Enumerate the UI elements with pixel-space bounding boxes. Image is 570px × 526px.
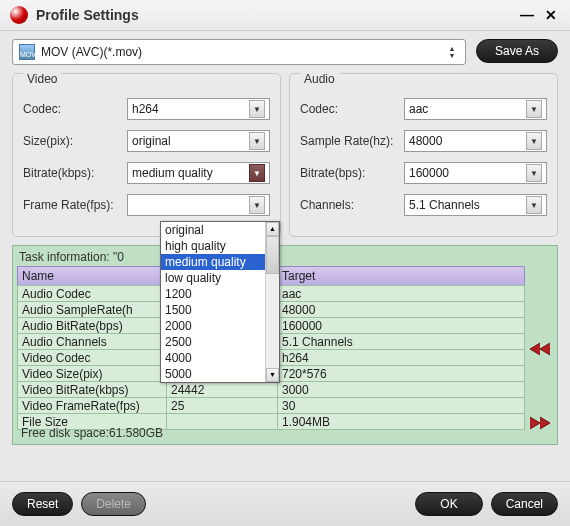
video-codec-label: Codec: — [23, 102, 127, 116]
profile-select-value: MOV (AVC)(*.mov) — [41, 45, 445, 59]
table-row: Video Codecdvvideoh264 — [17, 350, 553, 366]
task-information-panel: Task information: "0 Name Target Audio C… — [12, 245, 558, 445]
video-bitrate-label: Bitrate(kbps): — [23, 166, 127, 180]
dropdown-item-low[interactable]: low quality — [161, 270, 279, 286]
task-table: Name Target Audio Codecaac Audio SampleR… — [17, 266, 553, 430]
video-legend: Video — [23, 72, 61, 86]
header-name[interactable]: Name — [17, 266, 167, 286]
delete-button[interactable]: Delete — [81, 492, 146, 516]
video-size-label: Size(pix): — [23, 134, 127, 148]
next-task-button[interactable] — [528, 415, 552, 434]
table-row: Audio ChannelsMono5.1 Channels — [17, 334, 553, 350]
task-info-title: Task information: "0 — [15, 248, 555, 266]
prev-task-button[interactable] — [528, 341, 552, 360]
table-row: Audio BitRate(bps)768000160000 — [17, 318, 553, 334]
dropdown-item-1500[interactable]: 1500 — [161, 302, 279, 318]
dropdown-scrollbar[interactable]: ▲ ▼ — [265, 222, 279, 382]
footer-bar: Reset Delete OK Cancel — [0, 481, 570, 526]
scroll-up-button[interactable]: ▲ — [266, 222, 279, 236]
chevron-down-icon[interactable]: ▼ — [249, 132, 265, 150]
table-row: Video BitRate(kbps)244423000 — [17, 382, 553, 398]
table-row: Video FrameRate(fps)2530 — [17, 398, 553, 414]
video-fps-label: Frame Rate(fps): — [23, 198, 127, 212]
app-icon — [10, 6, 28, 24]
chevron-down-icon[interactable]: ▼ — [249, 196, 265, 214]
ok-button[interactable]: OK — [415, 492, 482, 516]
dropdown-item-medium[interactable]: medium quality — [161, 254, 279, 270]
close-button[interactable]: ✕ — [542, 6, 560, 24]
audio-bitrate-combo[interactable]: 160000▼ — [404, 162, 547, 184]
audio-codec-label: Codec: — [300, 102, 404, 116]
table-header: Name Target — [17, 266, 553, 286]
mov-icon: MOV — [19, 44, 35, 60]
audio-sr-label: Sample Rate(hz): — [300, 134, 404, 148]
profile-select[interactable]: MOV MOV (AVC)(*.mov) ▲▼ — [12, 39, 466, 65]
chevron-down-icon[interactable]: ▼ — [526, 196, 542, 214]
audio-ch-combo[interactable]: 5.1 Channels▼ — [404, 194, 547, 216]
video-group: Video Codec: h264▼ Size(pix): original▼ … — [12, 73, 281, 237]
video-bitrate-combo[interactable]: medium quality▼ — [127, 162, 270, 184]
audio-bitrate-label: Bitrate(bps): — [300, 166, 404, 180]
dropdown-item-5000[interactable]: 5000 — [161, 366, 279, 382]
scroll-thumb[interactable] — [266, 236, 279, 274]
audio-sr-combo[interactable]: 48000▼ — [404, 130, 547, 152]
audio-ch-label: Channels: — [300, 198, 404, 212]
video-bitrate-dropdown[interactable]: original high quality medium quality low… — [160, 221, 280, 383]
dropdown-item-2500[interactable]: 2500 — [161, 334, 279, 350]
video-fps-combo[interactable]: ▼ — [127, 194, 270, 216]
dropdown-item-high[interactable]: high quality — [161, 238, 279, 254]
chevron-down-icon[interactable]: ▼ — [249, 100, 265, 118]
header-target[interactable]: Target — [277, 266, 525, 286]
video-codec-combo[interactable]: h264▼ — [127, 98, 270, 120]
cancel-button[interactable]: Cancel — [491, 492, 558, 516]
chevron-down-icon[interactable]: ▼ — [526, 164, 542, 182]
dropdown-item-4000[interactable]: 4000 — [161, 350, 279, 366]
chevron-down-icon[interactable]: ▼ — [249, 164, 265, 182]
profile-spinner[interactable]: ▲▼ — [445, 42, 459, 62]
chevron-down-icon[interactable]: ▼ — [526, 100, 542, 118]
dropdown-item-2000[interactable]: 2000 — [161, 318, 279, 334]
scroll-track[interactable] — [266, 274, 279, 368]
minimize-button[interactable]: — — [518, 6, 536, 24]
reset-button[interactable]: Reset — [12, 492, 73, 516]
scroll-down-button[interactable]: ▼ — [266, 368, 279, 382]
audio-codec-combo[interactable]: aac▼ — [404, 98, 547, 120]
dropdown-item-1200[interactable]: 1200 — [161, 286, 279, 302]
video-size-combo[interactable]: original▼ — [127, 130, 270, 152]
dropdown-item-original[interactable]: original — [161, 222, 279, 238]
table-row: Audio SampleRate(h48000 — [17, 302, 553, 318]
title-bar: Profile Settings — ✕ — [0, 0, 570, 31]
table-row: Video Size(pix)720*576720*576 — [17, 366, 553, 382]
save-as-button[interactable]: Save As — [476, 39, 558, 63]
chevron-down-icon[interactable]: ▼ — [526, 132, 542, 150]
audio-legend: Audio — [300, 72, 339, 86]
window-title: Profile Settings — [36, 7, 512, 23]
audio-group: Audio Codec: aac▼ Sample Rate(hz): 48000… — [289, 73, 558, 237]
free-disk-space: Free disk space:61.580GB — [17, 424, 167, 442]
table-row: Audio Codecaac — [17, 286, 553, 302]
